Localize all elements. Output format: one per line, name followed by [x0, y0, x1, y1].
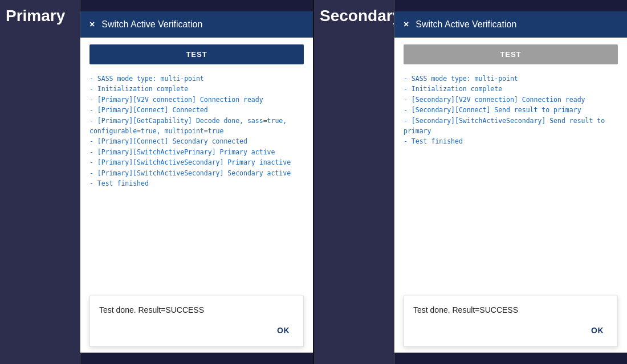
primary-title: Primary: [6, 7, 65, 25]
secondary-dialog-title: Switch Active Verification: [416, 19, 516, 30]
secondary-close-icon[interactable]: ×: [404, 20, 409, 29]
secondary-bottom-bar: [394, 353, 627, 364]
log-line: - Initialization complete: [89, 84, 304, 94]
log-line: - SASS mode type: multi-point: [404, 73, 618, 84]
secondary-dialog-content: TEST - SASS mode type: multi-point- Init…: [394, 38, 627, 353]
primary-result-text: Test done. Result=SUCCESS: [99, 305, 294, 314]
log-line: - [Primary][Connect] Connected: [89, 105, 304, 115]
primary-log-area: - SASS mode type: multi-point- Initializ…: [80, 69, 313, 290]
primary-test-button-area: TEST: [80, 38, 313, 69]
secondary-screen: × Switch Active Verification TEST - SASS…: [394, 0, 627, 364]
log-line: - [Primary][GetCapability] Decode done, …: [89, 116, 304, 137]
primary-label: Primary: [0, 0, 80, 364]
secondary-title: Secondary: [320, 7, 401, 25]
log-line: - Test finished: [404, 136, 618, 146]
primary-dialog-content: TEST - SASS mode type: multi-point- Init…: [80, 38, 313, 353]
log-line: - Test finished: [89, 178, 304, 189]
secondary-label: Secondary: [314, 0, 394, 364]
log-line: - [Primary][SwitchActivePrimary] Primary…: [89, 147, 304, 157]
primary-dialog-header: × Switch Active Verification: [80, 11, 313, 38]
log-line: - [Secondary][V2V connection] Connection…: [404, 95, 618, 105]
secondary-dialog-header: × Switch Active Verification: [394, 11, 627, 38]
secondary-test-button-area: TEST: [394, 38, 627, 69]
primary-close-icon[interactable]: ×: [89, 20, 95, 29]
log-line: - [Secondary][Connect] Send result to pr…: [404, 105, 618, 115]
log-line: - [Primary][SwitchActiveSecondary] Secon…: [89, 168, 304, 178]
primary-bottom-bar: [80, 353, 313, 364]
log-line: - SASS mode type: multi-point: [89, 73, 304, 84]
secondary-ok-button[interactable]: OK: [587, 324, 608, 337]
log-line: - [Secondary][SwitchActiveSecondary] Sen…: [404, 116, 618, 137]
secondary-result-text: Test done. Result=SUCCESS: [413, 305, 608, 314]
primary-ok-button[interactable]: OK: [272, 324, 294, 337]
primary-panel: Primary × Switch Active Verification TES…: [0, 0, 313, 364]
secondary-log-area: - SASS mode type: multi-point- Initializ…: [394, 69, 627, 290]
primary-status-bar: [80, 0, 313, 11]
log-line: - Initialization complete: [404, 84, 618, 94]
log-line: - [Primary][SwitchActiveSecondary] Prima…: [89, 157, 304, 167]
secondary-status-bar: [394, 0, 627, 11]
secondary-test-button: TEST: [404, 44, 618, 64]
primary-screen: × Switch Active Verification TEST - SASS…: [80, 0, 313, 364]
primary-result-box: Test done. Result=SUCCESS OK: [89, 296, 304, 347]
log-line: - [Primary][V2V connection] Connection r…: [89, 95, 304, 105]
primary-dialog-title: Switch Active Verification: [101, 19, 202, 30]
log-line: - [Primary][Connect] Secondary connected: [89, 136, 304, 146]
primary-test-button[interactable]: TEST: [89, 44, 304, 64]
secondary-result-box: Test done. Result=SUCCESS OK: [404, 296, 618, 347]
secondary-panel: Secondary × Switch Active Verification T…: [314, 0, 627, 364]
